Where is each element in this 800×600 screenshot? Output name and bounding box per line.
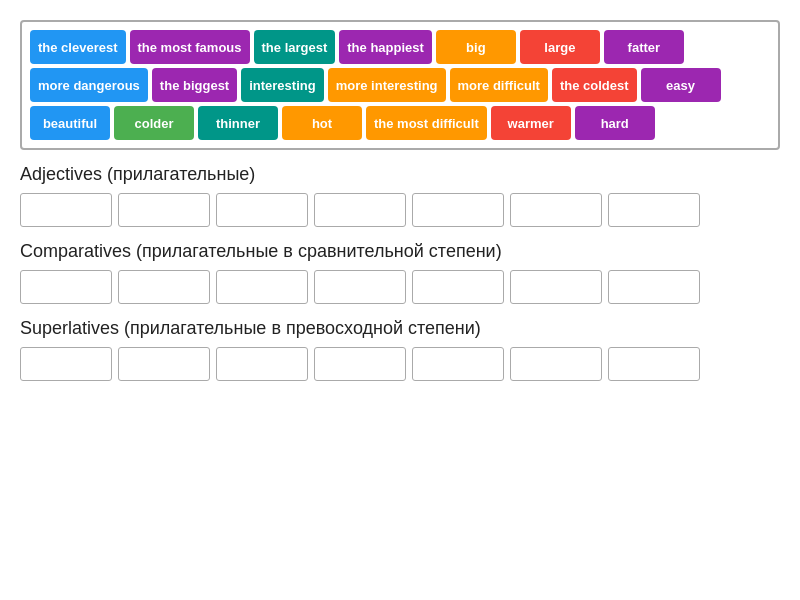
adjectives-answer-row <box>20 193 780 227</box>
adjectives-answer-box-4[interactable] <box>314 193 406 227</box>
chip-chip-10[interactable]: interesting <box>241 68 323 102</box>
chip-chip-16[interactable]: colder <box>114 106 194 140</box>
comparatives-section: Comparatives (прилагательные в сравнител… <box>20 241 780 304</box>
chip-chip-21[interactable]: hard <box>575 106 655 140</box>
superlatives-answer-box-7[interactable] <box>608 347 700 381</box>
superlatives-answer-box-3[interactable] <box>216 347 308 381</box>
comparatives-title: Comparatives (прилагательные в сравнител… <box>20 241 780 262</box>
superlatives-title: Superlatives (прилагательные в превосход… <box>20 318 780 339</box>
chip-chip-19[interactable]: the most difficult <box>366 106 487 140</box>
comparatives-answer-box-4[interactable] <box>314 270 406 304</box>
comparatives-answer-box-5[interactable] <box>412 270 504 304</box>
adjectives-answer-box-2[interactable] <box>118 193 210 227</box>
chip-chip-12[interactable]: more difficult <box>450 68 548 102</box>
adjectives-answer-box-1[interactable] <box>20 193 112 227</box>
adjectives-answer-box-6[interactable] <box>510 193 602 227</box>
comparatives-answer-box-1[interactable] <box>20 270 112 304</box>
superlatives-section: Superlatives (прилагательные в превосход… <box>20 318 780 381</box>
adjectives-answer-box-5[interactable] <box>412 193 504 227</box>
adjectives-answer-box-3[interactable] <box>216 193 308 227</box>
comparatives-answer-box-3[interactable] <box>216 270 308 304</box>
chip-chip-2[interactable]: the most famous <box>130 30 250 64</box>
chip-chip-1[interactable]: the cleverest <box>30 30 126 64</box>
adjectives-answer-box-7[interactable] <box>608 193 700 227</box>
chip-chip-6[interactable]: large <box>520 30 600 64</box>
chip-chip-20[interactable]: warmer <box>491 106 571 140</box>
comparatives-answer-row <box>20 270 780 304</box>
chip-chip-11[interactable]: more interesting <box>328 68 446 102</box>
word-bank: the cleverestthe most famousthe largestt… <box>20 20 780 150</box>
chip-chip-14[interactable]: easy <box>641 68 721 102</box>
superlatives-answer-box-4[interactable] <box>314 347 406 381</box>
adjectives-section: Adjectives (прилагательные) <box>20 164 780 227</box>
chip-chip-7[interactable]: fatter <box>604 30 684 64</box>
comparatives-answer-box-7[interactable] <box>608 270 700 304</box>
chip-chip-17[interactable]: thinner <box>198 106 278 140</box>
chip-chip-3[interactable]: the largest <box>254 30 336 64</box>
main-container: the cleverestthe most famousthe largestt… <box>0 0 800 395</box>
superlatives-answer-row <box>20 347 780 381</box>
chip-chip-9[interactable]: the biggest <box>152 68 237 102</box>
superlatives-answer-box-5[interactable] <box>412 347 504 381</box>
comparatives-answer-box-6[interactable] <box>510 270 602 304</box>
chip-chip-8[interactable]: more dangerous <box>30 68 148 102</box>
chip-chip-18[interactable]: hot <box>282 106 362 140</box>
chip-chip-13[interactable]: the coldest <box>552 68 637 102</box>
chip-chip-4[interactable]: the happiest <box>339 30 432 64</box>
chip-chip-5[interactable]: big <box>436 30 516 64</box>
superlatives-answer-box-2[interactable] <box>118 347 210 381</box>
comparatives-answer-box-2[interactable] <box>118 270 210 304</box>
adjectives-title: Adjectives (прилагательные) <box>20 164 780 185</box>
superlatives-answer-box-6[interactable] <box>510 347 602 381</box>
chip-chip-15[interactable]: beautiful <box>30 106 110 140</box>
superlatives-answer-box-1[interactable] <box>20 347 112 381</box>
